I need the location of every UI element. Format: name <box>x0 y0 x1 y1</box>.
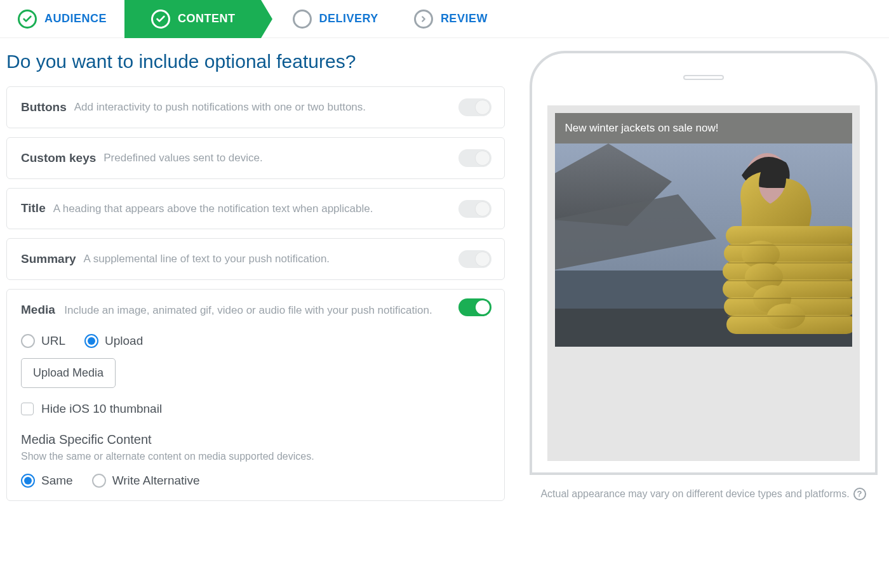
feature-card-buttons: Buttons Add interactivity to push notifi… <box>6 86 505 128</box>
radio-icon <box>21 474 35 488</box>
feature-title: Media <box>21 303 55 316</box>
toggle-media[interactable] <box>458 298 491 316</box>
feature-desc: A heading that appears above the notific… <box>53 201 490 217</box>
toggle-buttons[interactable] <box>458 98 491 116</box>
radio-icon <box>21 334 35 348</box>
feature-title: Summary <box>21 252 76 266</box>
radio-label: Write Alternative <box>112 474 200 488</box>
media-specific-radios: Same Write Alternative <box>21 474 490 488</box>
radio-url[interactable]: URL <box>21 334 65 348</box>
feature-desc: Predefined values sent to device. <box>104 150 490 166</box>
toggle-custom-keys[interactable] <box>458 149 491 167</box>
feature-title: Title <box>21 201 46 215</box>
check-icon <box>151 10 170 29</box>
preview-hint: Actual appearance may vary on different … <box>524 486 883 502</box>
step-label: DELIVERY <box>319 12 378 25</box>
step-label: AUDIENCE <box>44 12 107 25</box>
step-content[interactable]: CONTENT <box>124 0 261 38</box>
media-source-radios: URL Upload <box>21 334 490 348</box>
page-title: Do you want to include optional features… <box>6 51 505 72</box>
chevron-right-icon <box>414 10 433 29</box>
step-audience[interactable]: AUDIENCE <box>0 0 124 38</box>
notification-title: New winter jackets on sale now! <box>555 113 852 144</box>
toggle-title[interactable] <box>458 200 491 218</box>
feature-title: Buttons <box>21 100 67 114</box>
upload-media-button[interactable]: Upload Media <box>21 358 116 388</box>
preview-hint-text: Actual appearance may vary on different … <box>540 486 849 502</box>
svg-rect-8 <box>723 262 852 281</box>
wizard-steps: AUDIENCE CONTENT DELIVERY REVIEW <box>0 0 889 38</box>
radio-label: URL <box>41 334 65 348</box>
radio-upload[interactable]: Upload <box>84 334 143 348</box>
checkbox-hide-thumbnail[interactable] <box>21 403 34 415</box>
radio-label: Upload <box>105 334 143 348</box>
check-icon <box>18 10 37 29</box>
radio-write-alternative[interactable]: Write Alternative <box>92 474 200 488</box>
feature-card-custom-keys: Custom keys Predefined values sent to de… <box>6 137 505 179</box>
feature-card-summary: Summary A supplemental line of text to y… <box>6 238 505 280</box>
media-specific-desc: Show the same or alternate content on me… <box>21 451 490 462</box>
phone-screen: New winter jackets on sale now! <box>547 105 860 461</box>
feature-desc: Include an image, animated gif, video or… <box>64 304 432 316</box>
feature-desc: Add interactivity to push notifications … <box>74 100 490 115</box>
step-label: REVIEW <box>441 12 488 25</box>
feature-card-title: Title A heading that appears above the n… <box>6 188 505 230</box>
step-delivery[interactable]: DELIVERY <box>261 0 396 38</box>
phone-preview: New winter jackets on sale now! <box>530 51 878 475</box>
svg-rect-6 <box>726 226 852 245</box>
checkbox-label: Hide iOS 10 thumbnail <box>41 402 162 416</box>
radio-icon <box>92 474 106 488</box>
radio-label: Same <box>41 474 73 488</box>
radio-same[interactable]: Same <box>21 474 73 488</box>
toggle-summary[interactable] <box>458 250 491 268</box>
media-specific-heading: Media Specific Content <box>21 432 490 447</box>
radio-icon <box>84 334 98 348</box>
notification-image <box>555 144 852 347</box>
feature-desc: A supplemental line of text to your push… <box>84 251 490 267</box>
step-review[interactable]: REVIEW <box>396 0 505 38</box>
phone-speaker <box>683 75 724 80</box>
feature-card-media: Media Include an image, animated gif, vi… <box>6 289 505 501</box>
help-icon[interactable]: ? <box>853 488 866 500</box>
step-label: CONTENT <box>178 12 236 25</box>
feature-title: Custom keys <box>21 151 96 165</box>
circle-icon <box>293 10 312 29</box>
